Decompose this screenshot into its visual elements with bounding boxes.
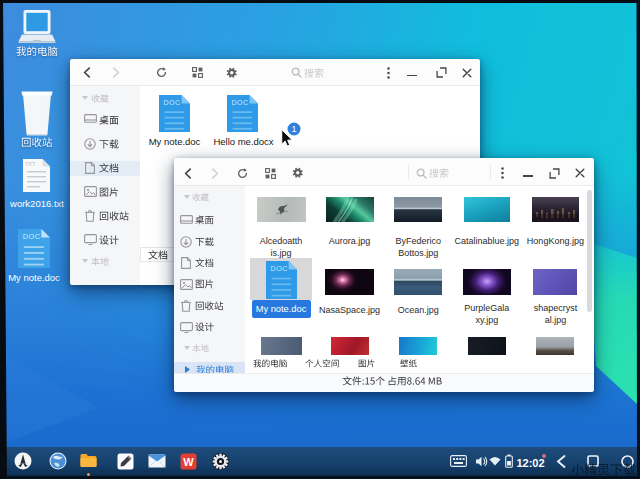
svg-text:DOC: DOC xyxy=(270,264,287,273)
svg-text:DOC: DOC xyxy=(232,99,249,106)
svg-text:W: W xyxy=(183,455,194,467)
svg-text:DOC: DOC xyxy=(164,99,181,106)
svg-text:DOC: DOC xyxy=(23,232,41,241)
svg-text:TXT: TXT xyxy=(25,161,36,167)
